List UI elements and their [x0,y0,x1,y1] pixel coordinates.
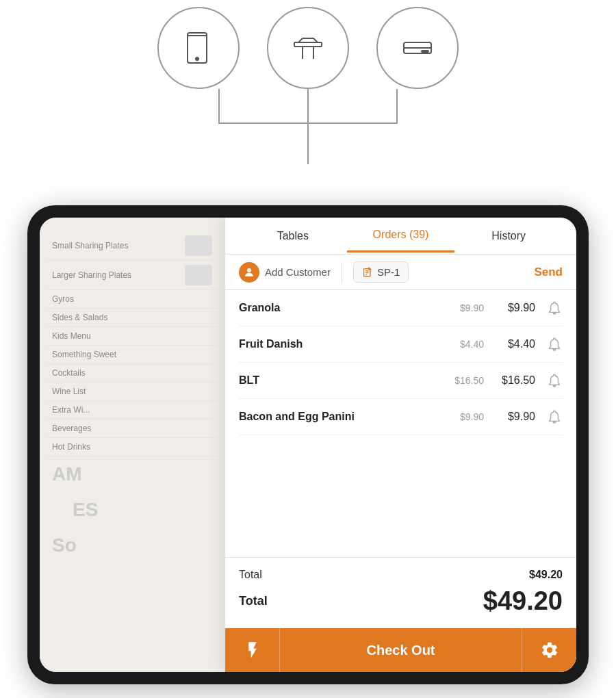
menu-sidebar: Small Sharing Plates Larger Sharing Plat… [40,218,224,672]
send-button[interactable]: Send [534,266,563,279]
tablet-frame: Small Sharing Plates Larger Sharing Plat… [27,205,589,684]
item-final-price-blt: $16.50 [498,374,535,387]
item-name-panini: Bacon and Egg Panini [239,411,460,423]
table-row: Bacon and Egg Panini $9.90 $9.90 [239,399,563,435]
tab-orders[interactable]: Orders (39) [347,219,455,253]
item-final-price-danish: $4.40 [498,338,535,350]
card-reader-icon [376,7,459,89]
big-letter-es: ES [67,492,218,528]
menu-item-cocktails: Cocktails [47,364,218,383]
connector-lines [178,89,438,171]
order-items-list: Granola $9.90 $9.90 Fruit Danish $4.40 $… [225,290,576,557]
flash-button[interactable] [225,628,280,672]
menu-item-sweet: Something Sweet [47,346,218,364]
subtotal-row: Total $49.20 [239,569,563,581]
svg-point-12 [247,268,251,272]
menu-item-beverages: Beverages [47,419,218,438]
item-name-blt: BLT [239,374,454,387]
menu-item-gyros: Gyros [47,290,218,309]
item-original-price-granola: $9.90 [460,302,484,313]
order-header: Add Customer SP-1 Send [225,255,576,290]
tablet-device-icon [157,7,240,89]
order-number-label: SP-1 [377,266,400,278]
big-letter-am: AM [47,456,218,492]
subtotal-label: Total [239,569,262,581]
bottom-bar: Check Out [225,628,576,672]
item-final-price-panini: $9.90 [498,411,535,423]
header-divider [342,262,342,283]
svg-rect-3 [294,42,322,47]
bell-icon-danish[interactable] [546,336,563,352]
order-number-pill[interactable]: SP-1 [353,261,409,283]
table-row: Granola $9.90 $9.90 [239,290,563,326]
item-original-price-danish: $4.40 [460,339,484,350]
svg-rect-11 [422,51,428,52]
menu-item-small-sharing: Small Sharing Plates [47,231,218,261]
item-name-danish: Fruit Danish [239,338,460,350]
checkout-button[interactable]: Check Out [280,628,522,672]
grand-total-row: Total $49.20 [239,586,563,616]
item-original-price-blt: $16.50 [454,375,484,386]
tablet-screen: Small Sharing Plates Larger Sharing Plat… [40,218,576,672]
menu-item-hot-drinks: Hot Drinks [47,438,218,456]
grand-total-amount: $49.20 [483,586,563,616]
table-furniture-icon [267,7,349,89]
menu-item-kids: Kids Menu [47,327,218,346]
table-row: BLT $16.50 $16.50 [239,363,563,399]
top-icons [157,7,459,89]
menu-item-wine: Wine List [47,383,218,401]
checkout-label: Check Out [366,643,435,658]
bell-icon-granola[interactable] [546,300,563,316]
menu-item-larger-sharing: Larger Sharing Plates [47,261,218,290]
svg-point-1 [196,57,198,60]
grand-total-label: Total [239,594,268,608]
item-original-price-panini: $9.90 [460,411,484,422]
add-customer-label: Add Customer [265,266,331,278]
bell-icon-panini[interactable] [546,409,563,425]
customer-avatar-icon [239,262,259,283]
item-name-granola: Granola [239,302,460,314]
scene: Small Sharing Plates Larger Sharing Plat… [0,0,616,698]
table-row: Fruit Danish $4.40 $4.40 [239,326,563,363]
pos-panel: Tables Orders (39) History Add Customer [224,218,576,672]
totals-section: Total $49.20 Total $49.20 [225,557,576,628]
menu-item-sides: Sides & Salads [47,309,218,327]
settings-button[interactable] [522,628,576,672]
big-letter-so: So [47,528,218,563]
nav-tabs: Tables Orders (39) History [225,218,576,255]
bell-icon-blt[interactable] [546,372,563,389]
menu-item-extra: Extra Wi... [47,401,218,419]
subtotal-amount: $49.20 [529,569,563,581]
add-customer-button[interactable]: Add Customer [239,262,331,283]
tab-tables[interactable]: Tables [239,220,347,252]
tab-history[interactable]: History [454,220,563,252]
item-final-price-granola: $9.90 [498,302,535,314]
